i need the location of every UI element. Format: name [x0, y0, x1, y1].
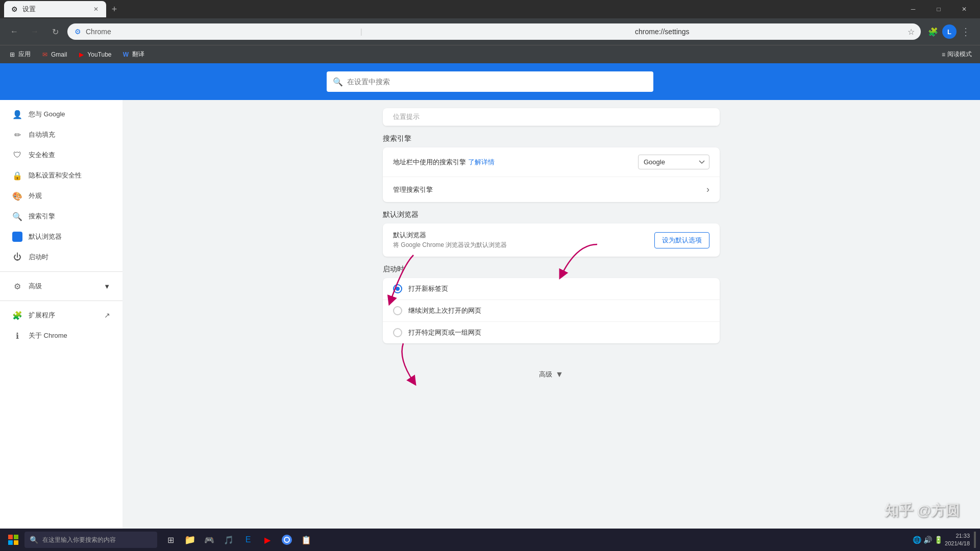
tab-favicon: ⚙ — [10, 5, 18, 13]
palette-icon: 🎨 — [12, 191, 22, 201]
settings-main: 位置提示 搜索引擎 地址栏中使用的搜索引擎 了解详情 — [122, 100, 980, 551]
external-link-icon: ↗ — [104, 311, 110, 319]
menu-icon[interactable]: ⋮ — [958, 23, 974, 40]
sidebar-item-appearance[interactable]: 🎨 外观 — [0, 186, 122, 206]
radio-dot-new-tab — [396, 287, 400, 291]
sidebar-item-google[interactable]: 👤 您与 Google — [0, 104, 122, 124]
sidebar-label-privacy: 隐私设置和安全性 — [29, 171, 82, 180]
bookmark-apps[interactable]: ⊞ 应用 — [4, 48, 35, 61]
taskbar-time-date[interactable]: 21:33 2021/4/18 — [945, 532, 970, 548]
manage-search-engines-row[interactable]: 管理搜索引擎 › — [383, 177, 720, 202]
search-engine-card: 地址栏中使用的搜索引擎 了解详情 Google Bing 百度 搜狗 — [383, 147, 720, 202]
search-engine-select[interactable]: Google Bing 百度 搜狗 — [638, 155, 709, 169]
bookmarks-bar: ⊞ 应用 ✉ Gmail ▶ YouTube W 翻译 ≡ 阅读模式 — [0, 45, 980, 63]
taskbar-right: 🌐 🔊 🔋 21:33 2021/4/18 — [913, 532, 976, 548]
youtube-favicon: ▶ — [77, 51, 85, 59]
profile-avatar[interactable]: L — [942, 24, 957, 39]
taskbar-app6[interactable]: ▶ — [258, 531, 277, 549]
bookmark-star-icon[interactable]: ☆ — [908, 27, 915, 37]
radio-new-tab[interactable] — [393, 284, 402, 293]
autofill-icon: ✏ — [12, 130, 22, 140]
default-browser-text: 默认浏览器 将 Google Chrome 浏览器设为默认浏览器 — [393, 231, 648, 249]
taskbar-steam[interactable]: 🎮 — [200, 531, 218, 549]
youtube-label: YouTube — [87, 51, 111, 58]
taskbar-chrome[interactable] — [278, 531, 296, 549]
extensions-icon[interactable]: 🧩 — [925, 23, 941, 40]
manage-search-engines-label: 管理搜索引擎 — [393, 186, 433, 193]
reading-mode-button[interactable]: ≡ 阅读模式 — [938, 48, 976, 61]
set-default-button[interactable]: 设为默认选项 — [654, 232, 709, 248]
reading-mode-label: 阅读模式 — [947, 50, 972, 59]
taskbar-task-view[interactable]: ⊞ — [161, 531, 180, 549]
network-icon: 🌐 — [913, 536, 921, 544]
sidebar-label-google: 您与 Google — [29, 110, 65, 119]
new-tab-button[interactable]: + — [106, 1, 122, 17]
svg-rect-1 — [14, 535, 18, 539]
taskbar-file-explorer[interactable]: 📁 — [181, 531, 199, 549]
startup-option-specific[interactable]: 打开特定网页或一组网页 — [383, 322, 720, 343]
sidebar-item-extensions[interactable]: 🧩 扩展程序 ↗ — [0, 305, 122, 325]
title-bar: ⚙ 设置 ✕ + ─ □ ✕ — [0, 0, 980, 18]
sidebar-item-privacy[interactable]: 🔒 隐私设置和安全性 — [0, 165, 122, 186]
settings-wrapper: 🔍 👤 您与 Google ✏ 自动填充 🛡 安全检查 — [0, 63, 980, 551]
maximize-button[interactable]: □ — [927, 0, 950, 18]
default-browser-section-title: 默认浏览器 — [383, 210, 720, 219]
settings-search-box[interactable]: 🔍 — [327, 71, 653, 92]
radio-specific[interactable] — [393, 328, 402, 337]
taskbar-search-box[interactable]: 🔍 在这里输入你要搜索的内容 — [24, 532, 157, 548]
svg-rect-3 — [14, 540, 18, 545]
sidebar-item-advanced[interactable]: ⚙ 高级 ▼ — [0, 276, 122, 296]
sidebar-label-extensions: 扩展程序 — [29, 311, 55, 320]
search-engine-address-text: 地址栏中使用的搜索引擎 了解详情 — [393, 158, 632, 167]
shield-icon: 🛡 — [12, 150, 22, 160]
show-desktop-icon[interactable] — [974, 532, 976, 548]
sidebar-item-security[interactable]: 🛡 安全检查 — [0, 145, 122, 165]
startup-option-new-tab[interactable]: 打开新标签页 — [383, 278, 720, 300]
file-explorer-icon: 📁 — [184, 534, 195, 545]
back-button[interactable]: ← — [6, 23, 22, 40]
forward-button[interactable]: → — [27, 23, 43, 40]
radio-continue[interactable] — [393, 306, 402, 315]
advanced-expand-row[interactable]: 高级 ▼ — [383, 364, 720, 385]
extensions-sidebar-icon: 🧩 — [12, 310, 22, 320]
taskbar-app5[interactable]: E — [239, 531, 257, 549]
sidebar-item-search-engine[interactable]: 🔍 搜索引擎 — [0, 206, 122, 227]
minimize-button[interactable]: ─ — [901, 0, 925, 18]
bookmark-translate[interactable]: W 翻译 — [118, 48, 149, 61]
taskbar-time-display: 21:33 — [945, 532, 970, 540]
sidebar-label-search-engine: 搜索引擎 — [29, 212, 55, 221]
search-engine-section-title: 搜索引擎 — [383, 134, 720, 143]
sidebar-item-about[interactable]: ℹ 关于 Chrome — [0, 325, 122, 346]
start-button[interactable] — [4, 531, 22, 549]
app4-icon: 🎵 — [224, 535, 234, 545]
close-button[interactable]: ✕ — [952, 0, 976, 18]
site-icon: ⚙ — [74, 28, 82, 36]
taskbar-date-display: 2021/4/18 — [945, 540, 970, 547]
settings-search-input[interactable] — [347, 78, 647, 86]
startup-label-specific: 打开特定网页或一组网页 — [408, 328, 481, 337]
startup-option-continue[interactable]: 继续浏览上次打开的网页 — [383, 300, 720, 322]
address-url: chrome://settings — [635, 28, 903, 36]
power-icon: ⏻ — [12, 252, 22, 262]
sidebar-item-startup[interactable]: ⏻ 启动时 — [0, 247, 122, 267]
about-icon: ℹ — [12, 331, 22, 341]
set-default-action: 设为默认选项 — [654, 232, 709, 248]
translate-favicon: W — [122, 51, 130, 59]
taskbar-app4[interactable]: 🎵 — [219, 531, 238, 549]
sidebar-item-default-browser[interactable]: 默认浏览器 — [0, 227, 122, 247]
taskbar-app7[interactable]: 📋 — [297, 531, 315, 549]
active-tab[interactable]: ⚙ 设置 ✕ — [4, 1, 106, 17]
steam-icon: 🎮 — [204, 535, 214, 545]
sidebar-item-autofill[interactable]: ✏ 自动填充 — [0, 124, 122, 145]
reload-button[interactable]: ↻ — [47, 23, 63, 40]
app6-icon: ▶ — [264, 535, 271, 545]
advanced-row-chevron-icon: ▼ — [555, 370, 564, 379]
tab-close-icon[interactable]: ✕ — [92, 5, 100, 13]
bookmark-gmail[interactable]: ✉ Gmail — [37, 48, 71, 61]
learn-more-link[interactable]: 了解详情 — [468, 158, 495, 166]
partial-card-inner: 位置提示 — [383, 108, 720, 126]
address-bar[interactable]: ⚙ Chrome | chrome://settings ☆ — [67, 23, 921, 40]
sidebar-label-startup: 启动时 — [29, 253, 48, 262]
gmail-label: Gmail — [51, 51, 67, 58]
bookmark-youtube[interactable]: ▶ YouTube — [73, 48, 115, 61]
